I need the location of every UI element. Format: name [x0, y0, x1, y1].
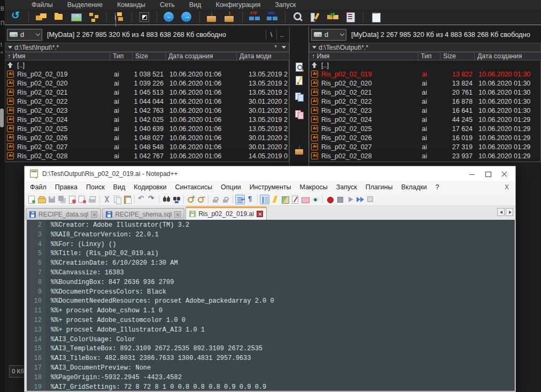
tc-menu-net[interactable]: Сеть [160, 1, 175, 9]
menu-view[interactable]: Вид [109, 182, 130, 192]
menu-macro[interactable]: Макросы [296, 182, 332, 192]
folder-workspace-icon[interactable] [300, 195, 310, 204]
ftp-connect-icon[interactable] [249, 11, 261, 23]
file-row[interactable]: Ris_p02_02_026 ai 1 048 027 10.06.2020 0… [5, 133, 289, 142]
cut-icon[interactable] [102, 195, 112, 204]
column-header-size[interactable]: Size [440, 52, 475, 61]
column-header-created[interactable]: Дата создания [475, 52, 541, 61]
close-all-icon[interactable] [78, 195, 87, 204]
left-filter-button[interactable]: * [272, 44, 280, 51]
tab-ris-ai[interactable]: Ris_p02_02_019.ai [186, 206, 266, 220]
left-sort-dropdown-icon[interactable] [282, 46, 286, 49]
notepad-icon[interactable] [369, 11, 382, 23]
tab-recipe-data[interactable]: RECIPE_data.sql [26, 208, 101, 220]
zoom-out-icon[interactable] [196, 195, 206, 204]
code-line[interactable]: %%BoundingBox: 847 2636 936 2709 [51, 278, 515, 288]
column-header-name[interactable]: ↑ Имя [309, 52, 418, 61]
macro-save-icon[interactable] [366, 195, 375, 204]
right-path-bar[interactable]: d:\Test\Output\*.* [309, 43, 541, 52]
code-line[interactable]: %AI3_TileBox: 482.8031 2386.7633 1300.48… [51, 354, 515, 364]
thumbnails-view-icon[interactable] [70, 11, 83, 23]
file-row[interactable]: Ris_p02_02_021 ai 1 045 513 10.06.2020 0… [5, 88, 289, 97]
word-wrap-icon[interactable] [235, 195, 245, 204]
undo-icon[interactable] [137, 195, 146, 204]
notepad-titlebar[interactable]: D:\Test\Output\Ris_p02_02_019.ai - Notep… [25, 166, 515, 181]
column-header-modified[interactable]: Дата моди [237, 52, 289, 61]
function-list-icon[interactable] [270, 195, 280, 204]
close-button[interactable] [496, 168, 512, 180]
left-drive-combo[interactable]: d [7, 29, 42, 41]
file-row[interactable]: Ris_p02_02_024 ai 1 042 025 10.06.2020 0… [5, 115, 289, 124]
menu-file[interactable]: Файл [26, 182, 51, 192]
close-file-icon[interactable] [67, 195, 77, 204]
edit-file-icon[interactable] [294, 75, 305, 86]
new-folder-icon[interactable] [52, 11, 65, 23]
file-row[interactable]: Ris_p02_02_028 ai 23 937 10.06.2020 01:2… [310, 151, 540, 160]
tc-menu-selection[interactable]: Выделение [67, 1, 103, 9]
tab-scroll-left-icon[interactable] [497, 208, 505, 216]
macro-play-icon[interactable] [345, 195, 355, 204]
pack-files-icon[interactable] [294, 145, 305, 156]
column-header-name[interactable]: ↑ Имя [5, 52, 110, 61]
code-line[interactable]: %%CreationDate: 6/10/2020 1:30 AM [51, 259, 515, 268]
tc-menu-commands[interactable]: Команды [117, 1, 145, 9]
save-all-icon[interactable] [57, 195, 67, 204]
tab-scroll-right-icon[interactable] [506, 208, 513, 216]
tree-view-icon[interactable] [88, 11, 101, 23]
file-row[interactable]: Ris_p02_02_025 ai 17 624 10.06.2020 01:2… [310, 124, 540, 133]
compare-contents-icon[interactable] [344, 11, 357, 23]
menu-plugins[interactable]: Плагины [361, 182, 397, 192]
menu-close-document[interactable]: X [505, 183, 509, 191]
parent-dir-row[interactable]: [..] [310, 60, 540, 70]
code-line[interactable]: %%Title: (Ris_p02_02_019.ai) [51, 249, 515, 259]
redo-icon[interactable] [147, 195, 157, 204]
column-header-type[interactable]: Тип [418, 52, 440, 61]
file-row[interactable]: Ris_p02_02_022 ai 16 878 10.06.2020 01:3… [310, 97, 540, 106]
macro-record-icon[interactable] [325, 195, 335, 204]
code-line[interactable]: %AI7_GridSettings: 72 8 72 8 1 0 0.8 0.8… [51, 383, 515, 391]
forward-icon[interactable] [181, 11, 194, 23]
file-row[interactable]: Ris_p02_02_021 ai 20 761 10.06.2020 01:3… [310, 88, 540, 97]
maximize-button[interactable] [480, 168, 496, 180]
replace-icon[interactable] [172, 195, 181, 204]
pack-icon[interactable] [206, 11, 219, 23]
save-icon[interactable] [47, 195, 57, 204]
code-line[interactable]: %%+ procset Adobe_IllustratorA_AI3 1.0 1 [51, 326, 515, 335]
paste-icon[interactable] [122, 195, 132, 204]
right-drive-combo[interactable]: d [311, 29, 346, 41]
move-files-icon[interactable] [294, 109, 305, 120]
back-icon[interactable] [163, 11, 176, 23]
file-row[interactable]: Ris_p02_02_028 ai 1 042 767 10.06.2020 0… [5, 151, 289, 160]
code-line[interactable]: %%Canvassize: 16383 [51, 268, 515, 278]
file-row[interactable]: Ris_p02_02_025 ai 1 040 639 10.06.2020 0… [5, 124, 289, 133]
print-icon[interactable] [88, 195, 97, 204]
tab-close-icon[interactable] [257, 211, 263, 217]
tc-menu-files[interactable]: Файлы [32, 1, 53, 9]
macro-run-multi-icon[interactable] [355, 195, 365, 204]
file-row[interactable]: Ris_p02_02_023 ai 1 042 763 10.06.2020 0… [5, 106, 289, 115]
menu-edit[interactable]: Правка [51, 182, 82, 192]
copy-icon[interactable] [112, 195, 122, 204]
file-row[interactable]: Ris_p02_02_019 ai 1 038 521 10.06.2020 0… [5, 70, 289, 79]
document-edit-icon[interactable] [290, 195, 300, 204]
menu-settings[interactable]: Опции [217, 182, 245, 192]
find-icon[interactable] [161, 195, 171, 204]
code-line[interactable]: %%+ procset Adobe_cshow 1.1 0 [51, 306, 515, 316]
view-eye-icon[interactable] [311, 195, 320, 204]
tc-menu-configuration[interactable]: Конфигурация [215, 1, 260, 9]
branch-view-icon[interactable] [113, 11, 126, 23]
refresh-icon[interactable] [10, 11, 22, 23]
search-icon[interactable] [291, 11, 304, 23]
code-line[interactable]: %AI3_TemplateBox: 892.3109 2672.2535 892… [51, 344, 515, 354]
folder-tabs-icon[interactable] [35, 11, 48, 23]
menu-help[interactable]: ? [431, 182, 443, 192]
code-area[interactable]: %%Creator: Adobe Illustrator(TM) 3.2 %%A… [46, 220, 515, 391]
sync-dirs-icon[interactable] [327, 11, 339, 23]
menu-language[interactable]: Синтаксисы [171, 182, 217, 192]
left-up-button[interactable]: .. [276, 29, 287, 40]
code-line[interactable]: %%For: (Linxy) () [51, 240, 515, 250]
column-header-created[interactable]: Дата создания [166, 52, 237, 61]
tc-menu-run[interactable]: Запуск [275, 1, 296, 9]
tab-recipe-shema[interactable]: RECIPE_shema.sql [102, 208, 184, 220]
file-row[interactable]: Ris_p02_02_027 ai 1 048 548 10.06.2020 0… [5, 142, 289, 151]
